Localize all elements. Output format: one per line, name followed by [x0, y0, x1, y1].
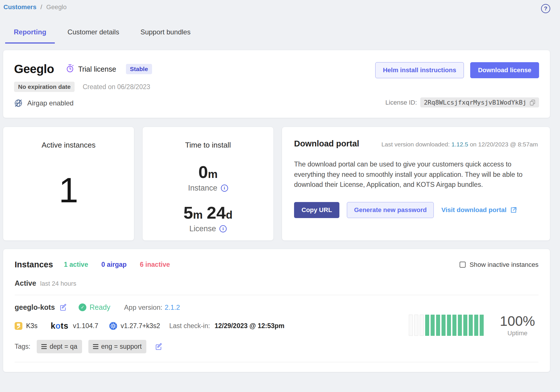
divider: [15, 362, 538, 362]
kubernetes-icon: [109, 322, 117, 330]
last-checkin-label: Last check-in:: [169, 322, 210, 330]
generate-password-button[interactable]: Generate new password: [347, 202, 434, 218]
trial-license-icon: [66, 64, 74, 74]
count-inactive: 6 inactive: [140, 261, 170, 268]
uptime-bar-filled: [447, 315, 451, 336]
uptime-bar-filled: [431, 315, 435, 336]
uptime-bar-filled: [480, 315, 484, 336]
stats-row: Active instances 1 Time to install 0m In…: [3, 127, 550, 241]
uptime-bar-filled: [452, 315, 456, 336]
kubernetes-version-label: v1.27.7+k3s2: [121, 322, 160, 330]
airgap-label: Airgap enabled: [27, 99, 73, 107]
download-portal-title: Download portal: [294, 139, 359, 148]
breadcrumb: Customers / Geeglo: [3, 3, 67, 11]
active-group-subtitle: last 24 hours: [40, 280, 76, 287]
uptime-bar-empty: [420, 315, 424, 336]
time-to-install-card: Time to install 0m Instance i 5m24d Lice…: [142, 127, 274, 241]
helm-install-button[interactable]: Helm install instructions: [375, 62, 464, 78]
tab-customer-details[interactable]: Customer details: [59, 25, 128, 44]
customer-reporting-page: Customers / Geeglo ? Reporting Customer …: [0, 0, 560, 392]
uptime-bar-empty: [414, 315, 418, 336]
copy-url-button[interactable]: Copy URL: [294, 202, 339, 218]
uptime-percent: 100%: [500, 313, 535, 329]
uptime-bars: [409, 315, 484, 336]
instance-info-icon[interactable]: i: [221, 185, 228, 192]
tag-icon: [41, 344, 47, 349]
download-license-button[interactable]: Download license: [470, 62, 539, 78]
uptime-bar-filled: [469, 315, 473, 336]
tab-bar: Reporting Customer details Support bundl…: [3, 25, 550, 44]
license-id-value: 2Rq8WLcsjfxqrMysjvB1WodYkBj: [424, 99, 526, 106]
download-portal-description: The download portal can be used to give …: [294, 159, 538, 190]
license-card: Geeglo Trial license Stable No expiratio…: [3, 50, 550, 118]
visit-download-portal-link[interactable]: Visit download portal: [441, 206, 517, 214]
uptime-bar-filled: [442, 315, 446, 336]
customer-name: Geeglo: [14, 62, 54, 76]
app-version-link[interactable]: 2.1.2: [165, 303, 180, 311]
instance-name: geeglo-kots: [15, 303, 55, 311]
tag-chip: eng = support: [88, 340, 146, 353]
external-link-icon: [510, 207, 517, 213]
count-active: 1 active: [64, 261, 88, 268]
channel-badge: Stable: [126, 64, 152, 74]
last-version-downloaded: Last version downloaded: 1.12.5 on 12/20…: [381, 141, 538, 148]
license-card-right: Helm install instructions Download licen…: [375, 62, 539, 107]
breadcrumb-separator: /: [40, 3, 42, 11]
license-id-chip: 2Rq8WLcsjfxqrMysjvB1WodYkBj: [420, 97, 539, 107]
instance-counts: 1 active 0 airgap 6 inactive: [64, 261, 170, 268]
license-install-label: License: [189, 224, 216, 233]
tag-icon: [93, 344, 98, 349]
uptime-bar-filled: [425, 315, 429, 336]
show-inactive-checkbox[interactable]: [460, 262, 466, 268]
active-instances-title: Active instances: [42, 141, 96, 150]
kots-version: v1.104.7: [73, 322, 98, 330]
license-id-label: License ID:: [385, 99, 417, 106]
instance-install-label: Instance: [188, 184, 217, 193]
uptime-label: Uptime: [500, 330, 535, 337]
active-instances-card: Active instances 1: [3, 127, 134, 241]
expiration-badge: No expiration date: [14, 82, 75, 92]
ready-label: Ready: [90, 303, 110, 311]
uptime-bar-filled: [463, 315, 467, 336]
license-install-time: 5m24d: [183, 203, 232, 223]
download-portal-card: Download portal Last version downloaded:…: [282, 127, 550, 241]
airgap-globe-icon: [14, 99, 23, 107]
distribution-label: K3s: [26, 322, 38, 330]
time-to-install-title: Time to install: [185, 141, 231, 150]
instances-title: Instances: [15, 260, 53, 269]
license-type-label: Trial license: [78, 65, 116, 73]
k3s-icon: [15, 322, 22, 330]
last-version-link[interactable]: 1.12.5: [451, 141, 468, 148]
uptime-bar-filled: [458, 315, 462, 336]
edit-instance-name-icon[interactable]: [59, 303, 67, 311]
last-checkin-value: 12/29/2023 @ 12:53pm: [215, 322, 285, 330]
instances-card: Instances 1 active 0 airgap 6 inactive S…: [3, 249, 550, 372]
instance-status: ✓ Ready: [79, 303, 110, 311]
active-instances-count: 1: [59, 150, 78, 240]
tag-chip: dept = qa: [37, 340, 82, 353]
uptime-bar-filled: [436, 315, 440, 336]
show-inactive-label[interactable]: Show inactive instances: [470, 261, 538, 268]
help-icon[interactable]: ?: [541, 4, 550, 13]
topbar: Customers / Geeglo ?: [3, 0, 550, 13]
kots-logo: kots: [51, 321, 69, 331]
divider: [15, 295, 538, 295]
edit-tags-icon[interactable]: [155, 343, 163, 350]
kubernetes-version: v1.27.7+k3s2: [109, 322, 160, 330]
show-inactive-control: Show inactive instances: [460, 261, 538, 268]
license-card-left: Geeglo Trial license Stable No expiratio…: [14, 62, 152, 107]
uptime-bar-filled: [474, 315, 478, 336]
tab-reporting[interactable]: Reporting: [5, 25, 55, 44]
app-version: App version:2.1.2: [124, 303, 180, 311]
created-date: Created on 06/28/2023: [83, 83, 150, 91]
tags-label: Tags:: [15, 343, 30, 350]
breadcrumb-customers-link[interactable]: Customers: [3, 3, 36, 11]
active-group-title: Active: [15, 279, 36, 287]
distribution: K3s: [15, 322, 38, 330]
breadcrumb-current: Geeglo: [46, 3, 67, 11]
tab-support-bundles[interactable]: Support bundles: [132, 25, 199, 44]
copy-license-id-icon[interactable]: [529, 99, 536, 106]
license-info-icon[interactable]: i: [219, 225, 227, 232]
ready-check-icon: ✓: [79, 303, 86, 311]
count-airgap: 0 airgap: [101, 261, 127, 268]
